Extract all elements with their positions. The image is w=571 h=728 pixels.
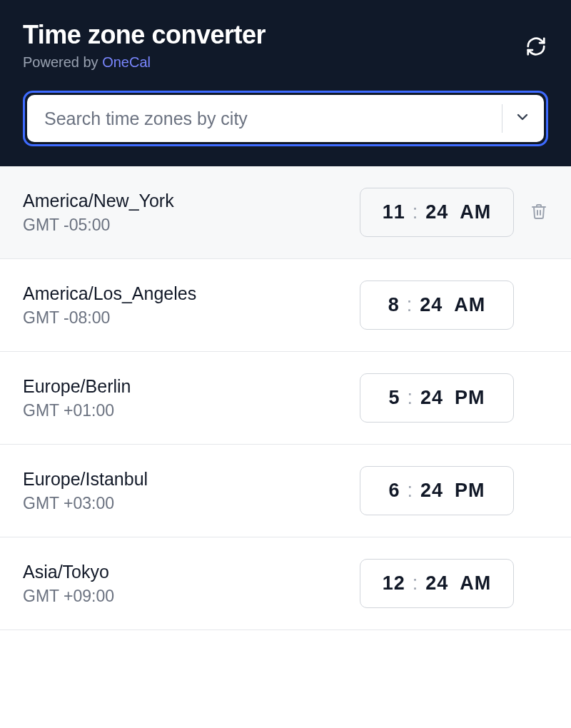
timezone-info: Europe/Berlin GMT +01:00 — [23, 376, 360, 420]
timezone-offset: GMT +03:00 — [23, 494, 360, 513]
time-minute: 24 — [425, 201, 448, 223]
trash-icon — [530, 203, 547, 223]
subtitle-prefix: Powered by — [23, 54, 102, 70]
time-colon: : — [413, 201, 419, 223]
dropdown-toggle[interactable] — [514, 110, 531, 127]
time-minute: 24 — [420, 294, 443, 316]
search-box[interactable] — [27, 95, 544, 142]
chevron-down-icon — [514, 108, 531, 128]
time-display[interactable]: 11 : 24 AM — [360, 188, 514, 237]
timezone-offset: GMT +01:00 — [23, 401, 360, 420]
timezone-row: Europe/Berlin GMT +01:00 5 : 24 PM — [0, 352, 571, 445]
timezone-row: Europe/Istanbul GMT +03:00 6 : 24 PM — [0, 445, 571, 537]
time-hour: 12 — [383, 572, 405, 595]
delete-timezone-button[interactable] — [530, 203, 548, 222]
search-divider — [502, 104, 502, 133]
timezone-row: Asia/Tokyo GMT +09:00 12 : 24 AM — [0, 537, 571, 630]
time-display[interactable]: 8 : 24 AM — [360, 280, 514, 330]
time-ampm: AM — [460, 201, 491, 223]
title-block: Time zone converter Powered by OneCal — [23, 20, 266, 71]
timezone-name: America/Los_Angeles — [23, 283, 360, 304]
time-colon: : — [407, 480, 413, 502]
time-colon: : — [407, 387, 413, 409]
header: Time zone converter Powered by OneCal — [0, 0, 571, 166]
time-colon: : — [413, 572, 419, 595]
time-hour: 8 — [388, 294, 400, 316]
search-focus-ring — [23, 91, 548, 146]
app-title: Time zone converter — [23, 20, 266, 50]
powered-by-link[interactable]: OneCal — [102, 54, 151, 70]
refresh-button[interactable] — [524, 36, 548, 60]
time-minute: 24 — [425, 572, 448, 595]
time-display[interactable]: 12 : 24 AM — [360, 559, 514, 608]
time-ampm: AM — [460, 572, 491, 595]
timezone-info: Europe/Istanbul GMT +03:00 — [23, 469, 360, 513]
time-hour: 6 — [388, 480, 400, 502]
time-ampm: AM — [454, 294, 485, 316]
time-ampm: PM — [455, 387, 485, 409]
time-hour: 5 — [388, 387, 400, 409]
time-display[interactable]: 6 : 24 PM — [360, 466, 514, 515]
timezone-info: Asia/Tokyo GMT +09:00 — [23, 562, 360, 606]
timezone-name: Europe/Berlin — [23, 376, 360, 397]
time-minute: 24 — [420, 480, 443, 502]
timezone-info: America/New_York GMT -05:00 — [23, 191, 360, 235]
timezone-offset: GMT +09:00 — [23, 587, 360, 606]
time-hour: 11 — [383, 201, 405, 223]
title-row: Time zone converter Powered by OneCal — [23, 20, 548, 71]
timezone-name: Europe/Istanbul — [23, 469, 360, 490]
time-ampm: PM — [455, 480, 485, 502]
time-minute: 24 — [420, 387, 443, 409]
timezone-list: America/New_York GMT -05:00 11 : 24 AM A… — [0, 166, 571, 630]
time-colon: : — [407, 294, 413, 316]
timezone-offset: GMT -08:00 — [23, 308, 360, 328]
timezone-row: America/New_York GMT -05:00 11 : 24 AM — [0, 166, 571, 259]
subtitle: Powered by OneCal — [23, 54, 266, 71]
refresh-icon — [525, 36, 547, 60]
time-display[interactable]: 5 : 24 PM — [360, 373, 514, 423]
timezone-offset: GMT -05:00 — [23, 216, 360, 235]
search-container — [23, 91, 548, 146]
timezone-name: America/New_York — [23, 191, 360, 211]
timezone-info: America/Los_Angeles GMT -08:00 — [23, 283, 360, 328]
timezone-name: Asia/Tokyo — [23, 562, 360, 582]
search-input[interactable] — [44, 108, 495, 129]
timezone-row: America/Los_Angeles GMT -08:00 8 : 24 AM — [0, 259, 571, 352]
